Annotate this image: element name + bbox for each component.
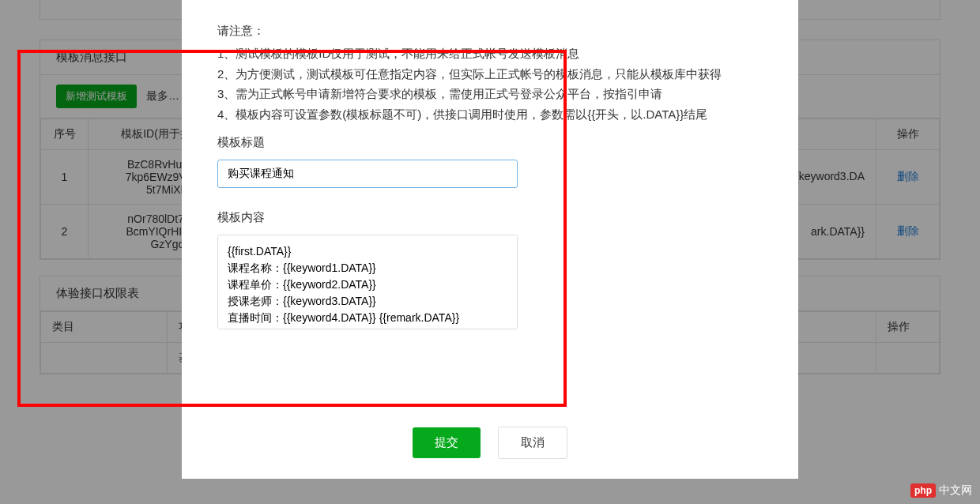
- template-title-input[interactable]: [217, 160, 518, 188]
- notice-heading: 请注意：: [217, 24, 763, 39]
- notice-item: 2、为方便测试，测试模板可任意指定内容，但实际上正式帐号的模板消息，只能从模板库…: [217, 64, 763, 85]
- watermark-text: 中文网: [939, 483, 972, 498]
- watermark: php 中文网: [910, 483, 972, 498]
- notice-item: 4、模板内容可设置参数(模板标题不可)，供接口调用时使用，参数需以{{开头，以.…: [217, 104, 763, 125]
- watermark-badge: php: [910, 483, 936, 498]
- notice-list: 1、测试模板的模板ID仅用于测试，不能用来给正式帐号发送模板消息 2、为方便测试…: [217, 43, 763, 124]
- template-content-textarea[interactable]: [217, 235, 518, 329]
- modal-actions: 提交 取消: [217, 427, 763, 459]
- notice-item: 1、测试模板的模板ID仅用于测试，不能用来给正式帐号发送模板消息: [217, 43, 763, 64]
- notice-item: 3、需为正式帐号申请新增符合要求的模板，需使用正式号登录公众平台，按指引申请: [217, 84, 763, 104]
- cancel-button[interactable]: 取消: [498, 427, 567, 459]
- add-template-modal: 请注意： 1、测试模板的模板ID仅用于测试，不能用来给正式帐号发送模板消息 2、…: [182, 0, 798, 479]
- template-content-label: 模板内容: [217, 210, 763, 225]
- submit-button[interactable]: 提交: [413, 427, 481, 458]
- template-title-label: 模板标题: [217, 135, 763, 150]
